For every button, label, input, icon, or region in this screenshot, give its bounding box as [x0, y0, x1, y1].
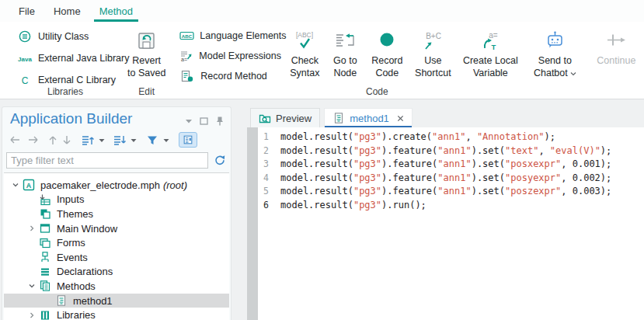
- code-line[interactable]: 3model.result("pg3").feature("ann1").set…: [258, 158, 644, 172]
- create-local-variable-button[interactable]: a=T Create Local Variable: [458, 26, 523, 85]
- ribbon-group-continue: Continue: [588, 22, 644, 99]
- go-to-node-icon: [333, 27, 357, 55]
- tree-item-inputs[interactable]: Inputs: [4, 193, 229, 207]
- editor-panel: Previewmethod1 1model.result("pg3").crea…: [247, 107, 644, 320]
- model-expressions-label: Model Expressions: [199, 50, 281, 61]
- check-syntax-label-line1: Check: [290, 55, 319, 68]
- chevron-right-icon[interactable]: [25, 311, 39, 319]
- language-elements-label: Language Elements: [200, 30, 286, 41]
- tree-item-label: Events: [57, 252, 88, 263]
- expand-levels-up-icon[interactable]: [82, 134, 94, 146]
- show-details-toggle[interactable]: [179, 132, 197, 148]
- code-line[interactable]: 5model.result("pg3").feature("ann1").set…: [258, 185, 644, 199]
- ribbon: Utility Class Java External Java Library…: [0, 22, 644, 99]
- record-code-label-line1: Record: [371, 55, 402, 68]
- main-window-icon: [39, 222, 52, 235]
- code-editor[interactable]: 1model.result("pg3").create("ann1", "Ann…: [247, 127, 644, 320]
- filter-input[interactable]: [6, 152, 208, 169]
- record-code-button[interactable]: Record Code: [366, 26, 408, 85]
- chevron-down-icon[interactable]: [99, 137, 105, 143]
- chevron-down-icon[interactable]: [131, 137, 137, 143]
- go-to-node-label-line1: Go to: [333, 55, 357, 68]
- tree-item-declarations[interactable]: Declarations: [4, 265, 229, 280]
- model-expressions-icon: a=: [179, 49, 193, 63]
- chevron-down-icon[interactable]: [25, 282, 39, 290]
- forward-arrow-icon[interactable]: [26, 134, 39, 145]
- panel-menu-chevron-icon[interactable]: [185, 118, 193, 124]
- tree-item-methods[interactable]: Methods: [4, 279, 229, 294]
- utility-class-label: Utility Class: [38, 31, 89, 42]
- ribbon-tab-file[interactable]: File: [9, 0, 44, 22]
- pin-icon[interactable]: [215, 116, 225, 127]
- revert-to-saved-button[interactable]: Revert to Saved: [127, 26, 165, 79]
- record-code-icon: [375, 27, 399, 55]
- ribbon-group-code: ABC Language Elements a= Model Expressio…: [169, 22, 585, 99]
- move-down-arrow-icon[interactable]: [62, 134, 71, 146]
- send-to-chatbot-button[interactable]: Send to Chatbot: [524, 26, 585, 85]
- code-text: model.result("pg3").feature("ann1").set(…: [269, 144, 611, 158]
- code-text: model.result("pg3").run();: [269, 199, 426, 213]
- tree-item-pacemaker-electrode-mph[interactable]: Apacemaker_electrode.mph(root): [4, 178, 229, 193]
- ribbon-tab-method[interactable]: Method: [90, 0, 142, 22]
- float-window-icon[interactable]: [200, 117, 208, 125]
- revert-to-saved-icon: [135, 27, 158, 55]
- revert-label-line2: to Saved: [127, 68, 165, 80]
- line-number: 2: [258, 144, 269, 158]
- check-syntax-button[interactable]: [ABC] Check Syntax: [285, 26, 324, 85]
- tree-item-label: method1: [73, 295, 113, 307]
- tree-item-method1[interactable]: method1: [4, 294, 229, 308]
- java-icon: Java: [17, 51, 33, 65]
- external-java-library-button[interactable]: Java External Java Library: [12, 48, 124, 68]
- chevron-down-icon[interactable]: [9, 181, 23, 189]
- svg-text:Java: Java: [18, 55, 32, 62]
- editor-tab-label: Preview: [276, 113, 312, 124]
- chevron-down-icon[interactable]: [163, 137, 169, 143]
- continue-label: Continue: [597, 55, 635, 68]
- editor-tab-preview[interactable]: Preview: [250, 108, 320, 127]
- utility-class-icon: [17, 30, 33, 43]
- code-line[interactable]: 4model.result("pg3").feature("ann1").set…: [258, 172, 644, 186]
- breakpoint-gutter[interactable]: [247, 127, 258, 320]
- move-up-arrow-icon[interactable]: [48, 134, 57, 146]
- utility-class-button[interactable]: Utility Class: [12, 26, 124, 46]
- tree-item-events[interactable]: Events: [4, 250, 229, 265]
- back-arrow-icon[interactable]: [9, 134, 22, 145]
- tree-item-main-window[interactable]: Main Window: [4, 221, 229, 236]
- code-text: model.result("pg3").feature("ann1").set(…: [269, 158, 611, 172]
- model-expressions-button[interactable]: a= Model Expressions: [175, 47, 279, 64]
- editor-tab-method1[interactable]: method1: [324, 108, 413, 127]
- tree-item-libraries[interactable]: Libraries: [4, 308, 229, 320]
- app-root-icon: A: [23, 179, 36, 191]
- collapse-levels-down-icon[interactable]: [113, 134, 126, 146]
- code-line[interactable]: 6model.result("pg3").run();: [258, 199, 644, 213]
- use-shortcut-button[interactable]: B+C Use Shortcut: [409, 26, 456, 85]
- code-line[interactable]: 2model.result("pg3").feature("ann1").set…: [258, 144, 644, 158]
- chevron-right-icon[interactable]: [25, 224, 39, 232]
- filter-funnel-icon[interactable]: [146, 134, 158, 146]
- tree-toolbar: [9, 132, 197, 148]
- record-method-button[interactable]: Record Method: [175, 67, 279, 85]
- go-to-node-button[interactable]: Go to Node: [325, 26, 364, 85]
- tree-item-themes[interactable]: Themes: [4, 207, 229, 221]
- line-number: 6: [258, 199, 269, 213]
- tree-item-forms[interactable]: Forms: [4, 235, 229, 250]
- record-method-icon: [179, 69, 195, 83]
- ribbon-tab-bar: FileHomeMethod: [0, 0, 644, 22]
- group-label-libraries: Libraries: [6, 86, 124, 97]
- svg-text:a=: a=: [181, 57, 187, 62]
- preview-icon: [259, 112, 271, 124]
- svg-text:a=: a=: [489, 31, 499, 40]
- svg-text:ABC: ABC: [182, 33, 193, 38]
- ribbon-tab-home[interactable]: Home: [44, 0, 90, 22]
- close-icon[interactable]: [397, 115, 404, 122]
- language-elements-button[interactable]: ABC Language Elements: [175, 26, 279, 44]
- refresh-icon[interactable]: [214, 154, 226, 166]
- language-elements-icon: ABC: [179, 29, 194, 43]
- forms-icon: [39, 237, 52, 249]
- go-to-node-label-line2: Node: [333, 68, 357, 80]
- app-tree: Apacemaker_electrode.mph(root)InputsThem…: [4, 172, 229, 320]
- code-line[interactable]: 1model.result("pg3").create("ann1", "Ann…: [258, 130, 644, 144]
- svg-text:B+C: B+C: [426, 32, 441, 40]
- tree-item-suffix: (root): [163, 179, 187, 191]
- line-number: 3: [258, 158, 269, 172]
